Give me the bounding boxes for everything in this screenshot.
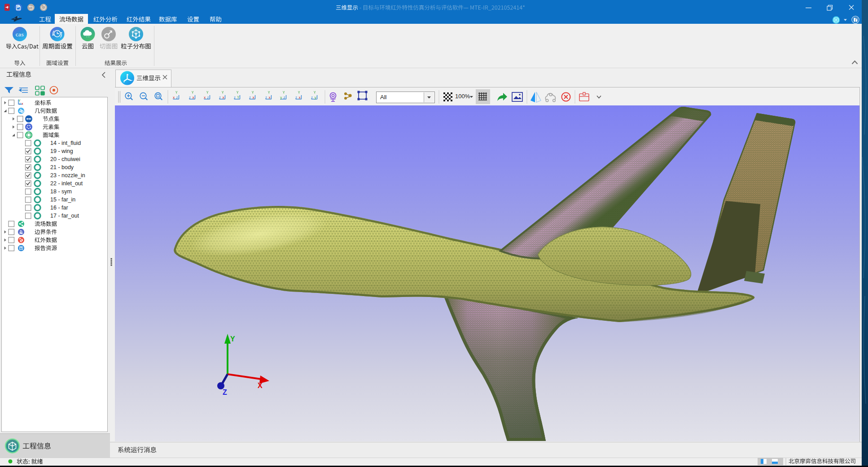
svg-text:Y: Y	[230, 335, 235, 343]
svg-text:Z: Z	[223, 388, 227, 396]
svg-text:X: X	[258, 382, 263, 389]
